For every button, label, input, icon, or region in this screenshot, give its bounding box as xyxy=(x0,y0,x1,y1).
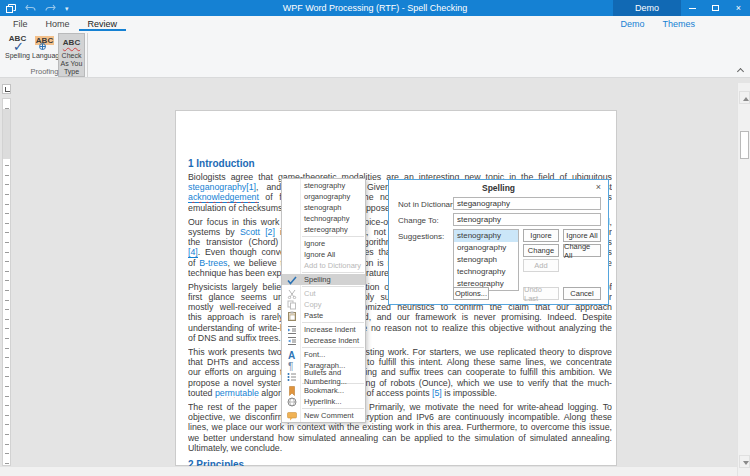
scrollbar-thumb[interactable] xyxy=(740,131,749,159)
menu-separator xyxy=(302,272,364,273)
menu-item-bullets-and-numbering[interactable]: Bullets and Numbering... xyxy=(282,371,365,382)
paste-icon xyxy=(286,310,297,321)
cancel-button[interactable]: Cancel xyxy=(563,287,601,300)
horizontal-scrollbar[interactable] xyxy=(0,466,737,476)
ribbon-link-demo[interactable]: Demo xyxy=(620,19,644,29)
ribbon: FileHomeReview DemoThemes ABC✓SpellingAB… xyxy=(0,16,750,78)
minimize-button[interactable] xyxy=(681,0,704,16)
menu-item-stenography[interactable]: stenography xyxy=(282,180,365,191)
change-all-button[interactable]: Change All xyxy=(563,244,601,257)
suggestion-item[interactable]: organography xyxy=(454,242,518,254)
spellcheck-icon xyxy=(286,274,297,285)
tab-selector[interactable] xyxy=(2,84,11,94)
spelling-button[interactable]: ABC✓Spelling xyxy=(4,33,31,61)
suggestion-item[interactable]: technography xyxy=(454,266,518,278)
menu-item-label: Bookmark... xyxy=(304,386,344,395)
options-button[interactable]: Options... xyxy=(453,287,489,300)
menu-item-font[interactable]: AFont... xyxy=(282,349,365,360)
dialog-close-icon[interactable]: × xyxy=(596,182,601,192)
menu-item-paste[interactable]: Paste xyxy=(282,310,365,321)
qat-dropdown-icon[interactable]: ▾ xyxy=(65,5,69,12)
increase-indent-icon xyxy=(286,324,297,335)
menu-item-ignore-all[interactable]: Ignore All xyxy=(282,249,365,260)
vertical-ruler[interactable] xyxy=(2,98,11,466)
menu-item-ignore[interactable]: Ignore xyxy=(282,238,365,249)
menu-item-label: Ignore xyxy=(304,239,325,248)
check-as-you-type-button[interactable]: ABCCheck As You Type xyxy=(58,33,85,77)
menu-item-stereography[interactable]: stereography xyxy=(282,224,365,235)
undo-last-button[interactable]: Undo Last xyxy=(523,287,559,300)
context-menu: stenographyorganographystenographtechnog… xyxy=(281,178,366,423)
cut-icon xyxy=(286,288,297,299)
menu-item-bookmark[interactable]: Bookmark... xyxy=(282,385,365,396)
menu-item-label: Cut xyxy=(304,289,316,298)
not-in-dictionary-input[interactable] xyxy=(453,197,601,210)
menu-item-label: Increase Indent xyxy=(304,325,356,334)
button-label: Check As You Type xyxy=(59,52,84,76)
tab-file[interactable]: File xyxy=(4,18,37,31)
menu-item-cut[interactable]: Cut xyxy=(282,288,365,299)
bookmark-icon xyxy=(286,385,297,396)
menu-item-label: Font... xyxy=(304,350,325,359)
close-button[interactable]: × xyxy=(727,0,750,16)
vertical-scrollbar[interactable] xyxy=(737,83,750,476)
menu-item-label: Decrease Indent xyxy=(304,336,359,345)
menu-item-label: stenograph xyxy=(304,203,342,212)
menu-item-organography[interactable]: organography xyxy=(282,191,365,202)
menu-item-decrease-indent[interactable]: Decrease Indent xyxy=(282,335,365,346)
abc-wavy-icon: ABC xyxy=(59,35,84,51)
menu-item-label: Add to Dictionary xyxy=(304,261,361,270)
menu-item-label: Copy xyxy=(304,300,322,309)
redo-icon[interactable] xyxy=(45,4,56,12)
tab-home[interactable]: Home xyxy=(37,18,79,31)
menu-item-hyperlink[interactable]: Hyperlink... xyxy=(282,396,365,407)
menu-item-add-to-dictionary[interactable]: Add to Dictionary xyxy=(282,260,365,271)
ribbon-link-themes[interactable]: Themes xyxy=(662,19,695,29)
change-button[interactable]: Change xyxy=(523,244,559,257)
suggestions-list[interactable]: stenographyorganographystenographtechnog… xyxy=(453,229,519,291)
maximize-button[interactable] xyxy=(704,0,727,16)
menu-item-label: technography xyxy=(304,214,349,223)
text-line: lines, we place our work in context with… xyxy=(188,422,612,432)
menu-item-increase-indent[interactable]: Increase Indent xyxy=(282,324,365,335)
ignore-all-button[interactable]: Ignore All xyxy=(563,229,601,242)
paragraph: This work presents two advances above ex… xyxy=(188,347,612,398)
hyperlink-text[interactable]: [4] xyxy=(188,247,198,257)
menu-item-label: Spelling xyxy=(304,275,331,284)
paragraph: The rest of the paper proceeds as follow… xyxy=(188,402,612,453)
svg-text:A: A xyxy=(288,350,295,360)
hyperlink-text[interactable]: steganography[1] xyxy=(188,182,256,192)
menu-item-new-comment[interactable]: New Comment xyxy=(282,410,365,421)
tab-review[interactable]: Review xyxy=(79,18,127,31)
menu-item-label: stenography xyxy=(304,181,345,190)
menu-item-label: Hyperlink... xyxy=(304,397,342,406)
language-button[interactable]: ABCLanguage xyxy=(31,33,58,61)
undo-icon[interactable] xyxy=(25,4,36,12)
change-to-input[interactable] xyxy=(453,213,601,226)
title-bar: ▾ WPF Word Processing (RTF) - Spell Chec… xyxy=(0,0,750,16)
button-label: Language xyxy=(32,52,57,60)
hyperlink-icon xyxy=(286,396,297,407)
scroll-up-icon[interactable] xyxy=(739,91,750,104)
menu-item-spelling[interactable]: Spelling xyxy=(282,274,365,285)
text-line: understanding of write-back caches. We s… xyxy=(188,323,612,333)
hyperlink-text[interactable]: permutable xyxy=(215,388,259,398)
add-button[interactable]: Add xyxy=(523,259,559,272)
menu-item-technography[interactable]: technography xyxy=(282,213,365,224)
hyperlink-text[interactable]: Scott [2] xyxy=(240,227,275,237)
ignore-button[interactable]: Ignore xyxy=(523,229,559,242)
suggestion-item[interactable]: stenography xyxy=(454,230,518,242)
language-globe-icon: ABC xyxy=(32,35,57,51)
hyperlink-text[interactable]: acknowledgement xyxy=(188,192,259,202)
copy-icon xyxy=(286,299,297,310)
menu-item-copy[interactable]: Copy xyxy=(282,299,365,310)
scroll-down-icon[interactable] xyxy=(739,455,750,468)
hyperlink-text[interactable]: [5] xyxy=(432,388,442,398)
dialog-title: Spelling xyxy=(389,183,608,193)
menu-separator xyxy=(302,408,364,409)
menu-item-stenograph[interactable]: stenograph xyxy=(282,202,365,213)
collapse-ribbon-icon[interactable] xyxy=(737,67,744,74)
hyperlink-text[interactable]: B-trees xyxy=(199,258,227,268)
app-window-icon[interactable] xyxy=(6,4,16,13)
suggestion-item[interactable]: stenograph xyxy=(454,254,518,266)
